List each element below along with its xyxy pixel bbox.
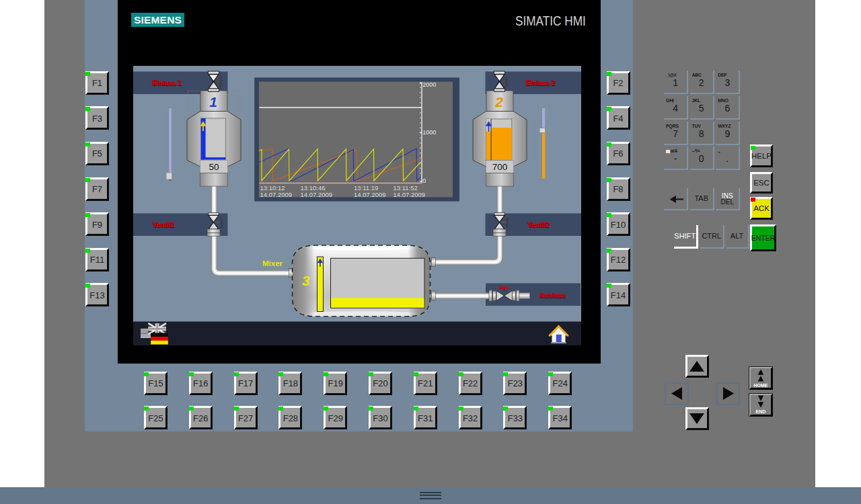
- svg-text:Mixer: Mixer: [262, 259, 283, 267]
- svg-text:END: END: [756, 409, 766, 414]
- svg-text:14.07.2009: 14.07.2009: [301, 191, 333, 198]
- svg-text:0: 0: [422, 177, 426, 184]
- svg-text:HOME: HOME: [754, 383, 768, 388]
- svg-text:1000: 1000: [422, 129, 436, 136]
- svg-text:Einlass 1: Einlass 1: [152, 79, 182, 87]
- svg-text:2000: 2000: [422, 81, 436, 88]
- svg-text:Ventil1: Ventil1: [152, 221, 174, 228]
- svg-text:Auslass: Auslass: [539, 292, 566, 299]
- svg-text:14.07.2009: 14.07.2009: [260, 191, 293, 198]
- svg-text:14.07.2009: 14.07.2009: [394, 191, 426, 198]
- svg-text:2: 2: [494, 94, 503, 110]
- svg-text:1: 1: [209, 94, 217, 110]
- svg-text:Ventil2: Ventil2: [527, 221, 550, 228]
- svg-text:700: 700: [492, 162, 508, 172]
- svg-text:14.07.2009: 14.07.2009: [354, 191, 386, 198]
- svg-text:3: 3: [302, 273, 310, 288]
- svg-text:Einlass 2: Einlass 2: [525, 79, 555, 87]
- svg-text:50: 50: [209, 162, 219, 172]
